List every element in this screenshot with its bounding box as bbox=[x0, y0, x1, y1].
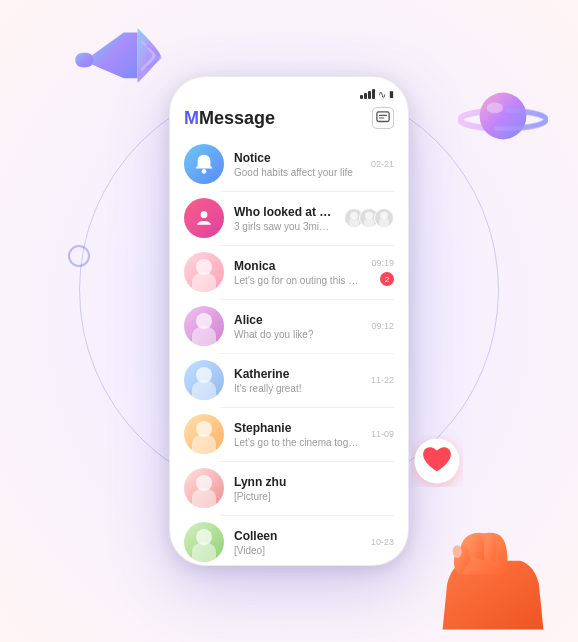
phone-notch bbox=[254, 77, 324, 99]
hand-icon bbox=[438, 492, 548, 632]
svg-rect-7 bbox=[377, 112, 389, 122]
avatar bbox=[184, 252, 224, 292]
avatar bbox=[184, 414, 224, 454]
list-item[interactable]: Alice What do you like? 09:12 bbox=[170, 299, 408, 353]
list-item[interactable]: Who looked at me 3 girls saw you 3mine a… bbox=[170, 191, 408, 245]
list-item[interactable]: Monica Let's go for on outing this weeke… bbox=[170, 245, 408, 299]
app-header: MMessage bbox=[170, 105, 408, 137]
megaphone-icon bbox=[55, 5, 165, 115]
svg-point-8 bbox=[202, 169, 207, 174]
viewer-avatars bbox=[344, 208, 394, 228]
avatar bbox=[184, 198, 224, 238]
svg-point-2 bbox=[480, 93, 527, 140]
wifi-icon: ∿ bbox=[378, 89, 386, 100]
message-meta: 09:12 bbox=[371, 321, 394, 331]
small-circle-decoration bbox=[68, 245, 90, 267]
signal-icon bbox=[360, 89, 375, 99]
list-item[interactable]: Katherine It's really great! 11-22 bbox=[170, 353, 408, 407]
heart-icon bbox=[411, 435, 463, 487]
message-content: Stephanie Let's go to the cinema togethe… bbox=[234, 421, 361, 448]
app-title: MMessage bbox=[184, 108, 275, 129]
list-item[interactable]: Stephanie Let's go to the cinema togethe… bbox=[170, 407, 408, 461]
avatar bbox=[184, 306, 224, 346]
unread-badge: 2 bbox=[380, 272, 394, 286]
planet-icon bbox=[458, 80, 548, 150]
list-item[interactable]: Notice Good habits affect your life 02-2… bbox=[170, 137, 408, 191]
compose-icon[interactable] bbox=[372, 107, 394, 129]
message-content: Monica Let's go for on outing this weeke… bbox=[234, 259, 361, 286]
message-meta: 11-09 bbox=[371, 429, 394, 439]
battery-icon: ▮ bbox=[389, 89, 394, 99]
svg-point-9 bbox=[201, 211, 208, 218]
message-meta: 09:19 2 bbox=[371, 258, 394, 286]
avatar bbox=[184, 360, 224, 400]
message-list: Notice Good habits affect your life 02-2… bbox=[170, 137, 408, 566]
svg-point-6 bbox=[453, 545, 462, 558]
list-item[interactable]: Colleen [Video] 10-23 bbox=[170, 515, 408, 566]
message-content: Who looked at me 3 girls saw you 3mine a… bbox=[234, 205, 334, 232]
message-content: Lynn zhu [Picture] bbox=[234, 475, 384, 502]
message-content: Alice What do you like? bbox=[234, 313, 361, 340]
message-content: Colleen [Video] bbox=[234, 529, 361, 556]
phone-frame: ∿ ▮ MMessage Notice Goo bbox=[169, 76, 409, 566]
avatar bbox=[184, 468, 224, 508]
message-meta bbox=[344, 208, 394, 228]
message-meta: 02-21 bbox=[371, 159, 394, 169]
avatar bbox=[184, 144, 224, 184]
avatar bbox=[184, 522, 224, 562]
message-content: Katherine It's really great! bbox=[234, 367, 361, 394]
message-meta: 11-22 bbox=[371, 375, 394, 385]
svg-point-3 bbox=[487, 103, 503, 114]
svg-rect-0 bbox=[75, 53, 93, 68]
message-content: Notice Good habits affect your life bbox=[234, 151, 361, 178]
list-item[interactable]: Lynn zhu [Picture] bbox=[170, 461, 408, 515]
message-meta: 10-23 bbox=[371, 537, 394, 547]
